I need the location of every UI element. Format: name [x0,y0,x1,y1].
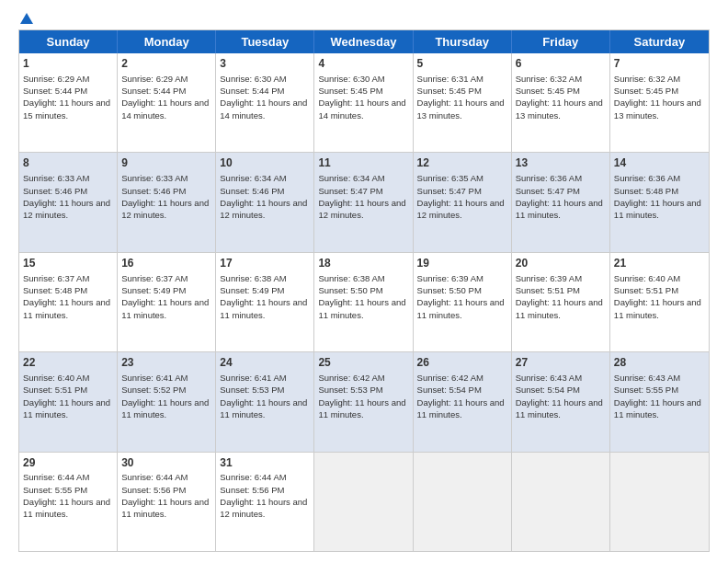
day-number: 3 [220,56,310,72]
cal-cell: 7Sunrise: 6:32 AM Sunset: 5:45 PM Daylig… [610,53,709,152]
day-info: Sunrise: 6:32 AM Sunset: 5:45 PM Dayligh… [614,74,704,121]
day-number: 28 [614,355,705,371]
day-number: 5 [417,56,507,72]
day-number: 7 [614,56,705,72]
day-info: Sunrise: 6:31 AM Sunset: 5:45 PM Dayligh… [417,74,507,121]
cal-cell: 12Sunrise: 6:35 AM Sunset: 5:47 PM Dayli… [414,153,512,251]
day-number: 23 [121,355,211,371]
calendar-row-4: 22Sunrise: 6:40 AM Sunset: 5:51 PM Dayli… [19,351,709,451]
day-number: 21 [614,256,705,271]
day-info: Sunrise: 6:44 AM Sunset: 5:55 PM Dayligh… [23,472,113,519]
day-info: Sunrise: 6:30 AM Sunset: 5:45 PM Dayligh… [318,74,408,121]
day-info: Sunrise: 6:41 AM Sunset: 5:53 PM Dayligh… [220,373,310,419]
day-info: Sunrise: 6:29 AM Sunset: 5:44 PM Dayligh… [121,74,211,121]
day-info: Sunrise: 6:30 AM Sunset: 5:44 PM Dayligh… [220,74,310,121]
cal-cell: 31Sunrise: 6:44 AM Sunset: 5:56 PM Dayli… [216,453,314,551]
header-day-thursday: Thursday [414,30,512,53]
calendar-body: 1Sunrise: 6:29 AM Sunset: 5:44 PM Daylig… [19,53,709,551]
day-info: Sunrise: 6:44 AM Sunset: 5:56 PM Dayligh… [220,472,310,519]
header-day-monday: Monday [118,30,216,53]
cal-cell: 14Sunrise: 6:36 AM Sunset: 5:48 PM Dayli… [610,153,709,251]
day-number: 17 [220,256,310,271]
cal-cell: 20Sunrise: 6:39 AM Sunset: 5:51 PM Dayli… [512,253,610,351]
day-info: Sunrise: 6:38 AM Sunset: 5:49 PM Dayligh… [220,273,310,320]
day-info: Sunrise: 6:41 AM Sunset: 5:52 PM Dayligh… [121,373,211,419]
cal-cell: 29Sunrise: 6:44 AM Sunset: 5:55 PM Dayli… [19,453,118,551]
cal-cell: 28Sunrise: 6:43 AM Sunset: 5:55 PM Dayli… [610,352,709,451]
calendar-row-1: 1Sunrise: 6:29 AM Sunset: 5:44 PM Daylig… [19,53,709,152]
calendar-row-5: 29Sunrise: 6:44 AM Sunset: 5:55 PM Dayli… [19,452,709,551]
header-day-wednesday: Wednesday [314,30,413,53]
day-number: 27 [516,355,606,371]
cal-cell: 4Sunrise: 6:30 AM Sunset: 5:45 PM Daylig… [314,53,413,152]
day-info: Sunrise: 6:33 AM Sunset: 5:46 PM Dayligh… [23,173,113,220]
cal-cell [414,453,512,551]
cal-cell [314,453,413,551]
day-info: Sunrise: 6:42 AM Sunset: 5:54 PM Dayligh… [417,373,507,419]
day-number: 18 [318,256,408,271]
day-number: 2 [121,56,211,72]
header [18,17,710,24]
day-number: 29 [23,455,113,471]
cal-cell: 19Sunrise: 6:39 AM Sunset: 5:50 PM Dayli… [414,253,512,351]
day-info: Sunrise: 6:36 AM Sunset: 5:48 PM Dayligh… [614,173,704,220]
cal-cell: 26Sunrise: 6:42 AM Sunset: 5:54 PM Dayli… [414,352,512,451]
header-day-saturday: Saturday [610,30,709,53]
day-info: Sunrise: 6:33 AM Sunset: 5:46 PM Dayligh… [121,173,211,220]
day-info: Sunrise: 6:43 AM Sunset: 5:55 PM Dayligh… [614,373,704,419]
day-info: Sunrise: 6:40 AM Sunset: 5:51 PM Dayligh… [614,273,704,320]
day-number: 25 [318,355,408,371]
cal-cell: 3Sunrise: 6:30 AM Sunset: 5:44 PM Daylig… [216,53,314,152]
day-info: Sunrise: 6:34 AM Sunset: 5:46 PM Dayligh… [220,173,310,220]
cal-cell: 5Sunrise: 6:31 AM Sunset: 5:45 PM Daylig… [414,53,512,152]
logo-triangle-icon [20,13,33,24]
day-number: 12 [417,155,507,171]
cal-cell: 15Sunrise: 6:37 AM Sunset: 5:48 PM Dayli… [19,253,118,351]
cal-cell: 13Sunrise: 6:36 AM Sunset: 5:47 PM Dayli… [512,153,610,251]
day-info: Sunrise: 6:37 AM Sunset: 5:49 PM Dayligh… [121,273,211,320]
day-info: Sunrise: 6:34 AM Sunset: 5:47 PM Dayligh… [318,173,408,220]
day-number: 8 [23,155,113,171]
cal-cell: 10Sunrise: 6:34 AM Sunset: 5:46 PM Dayli… [216,153,314,251]
day-info: Sunrise: 6:40 AM Sunset: 5:51 PM Dayligh… [23,373,113,419]
cal-cell: 1Sunrise: 6:29 AM Sunset: 5:44 PM Daylig… [19,53,118,152]
day-number: 20 [516,256,606,271]
day-info: Sunrise: 6:39 AM Sunset: 5:50 PM Dayligh… [417,273,507,320]
day-info: Sunrise: 6:44 AM Sunset: 5:56 PM Dayligh… [121,472,211,519]
header-day-friday: Friday [512,30,610,53]
day-number: 30 [121,455,211,471]
calendar: SundayMondayTuesdayWednesdayThursdayFrid… [18,29,710,552]
cal-cell: 24Sunrise: 6:41 AM Sunset: 5:53 PM Dayli… [216,352,314,451]
calendar-row-2: 8Sunrise: 6:33 AM Sunset: 5:46 PM Daylig… [19,152,709,251]
day-number: 10 [220,155,310,171]
cal-cell: 16Sunrise: 6:37 AM Sunset: 5:49 PM Dayli… [118,253,216,351]
day-info: Sunrise: 6:32 AM Sunset: 5:45 PM Dayligh… [516,74,606,121]
header-day-tuesday: Tuesday [216,30,314,53]
cal-cell [512,453,610,551]
cal-cell: 11Sunrise: 6:34 AM Sunset: 5:47 PM Dayli… [314,153,413,251]
cal-cell: 6Sunrise: 6:32 AM Sunset: 5:45 PM Daylig… [512,53,610,152]
day-info: Sunrise: 6:38 AM Sunset: 5:50 PM Dayligh… [318,273,408,320]
cal-cell [610,453,709,551]
day-number: 11 [318,155,408,171]
day-info: Sunrise: 6:43 AM Sunset: 5:54 PM Dayligh… [516,373,606,419]
cal-cell: 25Sunrise: 6:42 AM Sunset: 5:53 PM Dayli… [314,352,413,451]
cal-cell: 22Sunrise: 6:40 AM Sunset: 5:51 PM Dayli… [19,352,118,451]
day-number: 13 [516,155,606,171]
cal-cell: 9Sunrise: 6:33 AM Sunset: 5:46 PM Daylig… [118,153,216,251]
logo-text [18,17,33,24]
day-number: 24 [220,355,310,371]
day-number: 6 [516,56,606,72]
day-number: 15 [23,256,113,271]
day-number: 31 [220,455,310,471]
logo [18,17,33,24]
day-info: Sunrise: 6:36 AM Sunset: 5:47 PM Dayligh… [516,173,606,220]
day-number: 9 [121,155,211,171]
header-day-sunday: Sunday [19,30,118,53]
day-number: 14 [614,155,705,171]
cal-cell: 2Sunrise: 6:29 AM Sunset: 5:44 PM Daylig… [118,53,216,152]
day-number: 26 [417,355,507,371]
cal-cell: 30Sunrise: 6:44 AM Sunset: 5:56 PM Dayli… [118,453,216,551]
page: SundayMondayTuesdayWednesdayThursdayFrid… [0,0,728,563]
day-number: 22 [23,355,113,371]
